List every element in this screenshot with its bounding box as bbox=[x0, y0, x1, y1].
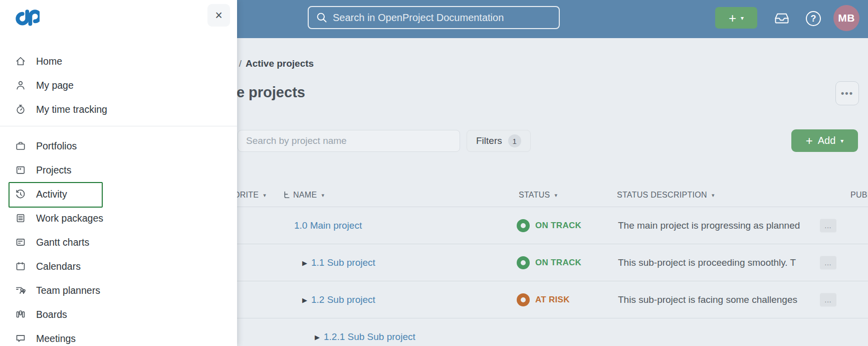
sidebar-item-label: Work packages bbox=[36, 213, 103, 224]
sort-caret-icon: ▾ bbox=[263, 193, 266, 198]
status-badge: AT RISK bbox=[535, 295, 570, 305]
column-header-status-description[interactable]: STATUS DESCRIPTION▾ bbox=[617, 191, 715, 200]
sidebar-item-label: Gantt charts bbox=[36, 237, 89, 248]
sidebar-item-meetings[interactable]: Meetings bbox=[0, 326, 237, 346]
sidebar-item-label: Home bbox=[36, 56, 62, 67]
gantt-icon bbox=[15, 237, 26, 248]
sidebar-item-label: Calendars bbox=[36, 261, 81, 272]
sidebar-secondary-menu: PortfoliosProjectsActivityWork packagesG… bbox=[0, 134, 237, 346]
history-icon bbox=[15, 189, 26, 200]
column-header-name[interactable]: NAME▾ bbox=[293, 191, 324, 200]
sort-caret-icon: ▾ bbox=[712, 193, 715, 198]
sidebar-item-team-planners[interactable]: Team planners bbox=[0, 278, 237, 302]
sidebar-item-gantt-charts[interactable]: Gantt charts bbox=[0, 230, 237, 254]
home-icon bbox=[15, 56, 26, 67]
project-name-link[interactable]: 1.0 Main project bbox=[294, 220, 362, 231]
status-donut-icon bbox=[517, 256, 530, 269]
sidebar-item-boards[interactable]: Boards bbox=[0, 302, 237, 326]
sidebar-item-my-time-tracking[interactable]: My time tracking bbox=[0, 97, 237, 121]
status-donut-icon bbox=[517, 293, 530, 306]
expand-description-button[interactable]: ... bbox=[820, 293, 836, 306]
close-drawer-button[interactable]: × bbox=[207, 4, 230, 27]
team-icon bbox=[15, 285, 26, 296]
table-row: ▶1.2.1 Sub Sub project bbox=[210, 318, 868, 346]
hierarchy-mode-icon[interactable] bbox=[283, 191, 291, 200]
calendar-icon bbox=[15, 261, 26, 272]
openproject-logo-icon[interactable] bbox=[14, 6, 40, 31]
sidebar-item-portfolios[interactable]: Portfolios bbox=[0, 134, 237, 158]
projects-table-header: FAVORITE▾ NAME▾ STATUS▾ STATUS DESCRIPTI… bbox=[210, 185, 868, 207]
sidebar-item-label: Boards bbox=[36, 309, 67, 320]
user-icon bbox=[15, 80, 26, 91]
expand-row-icon[interactable]: ▶ bbox=[302, 259, 307, 266]
table-row: ▶1.2 Sub projectAT RISKThis sub-project … bbox=[210, 281, 868, 318]
table-row: 1.0 Main projectON TRACKThe main project… bbox=[210, 207, 868, 244]
sidebar-item-projects[interactable]: Projects bbox=[0, 158, 237, 182]
expand-description-button[interactable]: ... bbox=[820, 219, 836, 232]
project-name-link[interactable]: 1.2 Sub project bbox=[311, 294, 375, 305]
sidebar-item-work-packages[interactable]: Work packages bbox=[0, 206, 237, 230]
status-description-text: The main project is progressing as plann… bbox=[618, 220, 814, 231]
sidebar-item-label: My page bbox=[36, 80, 74, 91]
sidebar-divider bbox=[0, 126, 237, 126]
briefcase-icon bbox=[15, 140, 26, 151]
column-header-public[interactable]: PUBLIC bbox=[850, 191, 868, 200]
status-donut-icon bbox=[517, 219, 530, 232]
sort-caret-icon: ▾ bbox=[321, 193, 324, 198]
sidebar-item-label: Portfolios bbox=[36, 140, 77, 152]
sidebar-item-label: Meetings bbox=[36, 333, 76, 344]
projects-table: FAVORITE▾ NAME▾ STATUS▾ STATUS DESCRIPTI… bbox=[210, 0, 868, 346]
table-row: ▶1.1 Sub projectON TRACKThis sub-project… bbox=[210, 244, 868, 281]
sidebar-item-activity[interactable]: Activity bbox=[0, 182, 237, 206]
meetings-icon bbox=[15, 333, 26, 344]
expand-description-button[interactable]: ... bbox=[820, 256, 836, 269]
stopwatch-icon bbox=[15, 104, 26, 115]
sidebar-item-label: Projects bbox=[36, 164, 71, 176]
sidebar-item-my-page[interactable]: My page bbox=[0, 73, 237, 97]
sort-caret-icon: ▾ bbox=[555, 193, 558, 198]
sidebar-primary-menu: HomeMy pageMy time tracking bbox=[0, 49, 237, 121]
sidebar-item-calendars[interactable]: Calendars bbox=[0, 254, 237, 278]
boards-icon bbox=[15, 309, 26, 320]
sidebar-item-home[interactable]: Home bbox=[0, 49, 237, 73]
work-packages-icon bbox=[15, 213, 26, 224]
projects-icon bbox=[15, 164, 26, 176]
sidebar-item-label: Team planners bbox=[36, 285, 100, 296]
sidebar-drawer: × HomeMy pageMy time tracking Portfolios… bbox=[0, 0, 237, 346]
expand-row-icon[interactable]: ▶ bbox=[302, 296, 307, 303]
sidebar-item-label: Activity bbox=[36, 189, 67, 200]
project-name-link[interactable]: 1.1 Sub project bbox=[311, 257, 375, 268]
status-description-text: This sub-project is proceeding smoothly.… bbox=[618, 257, 814, 268]
status-badge: ON TRACK bbox=[535, 258, 581, 268]
status-badge: ON TRACK bbox=[535, 221, 581, 231]
status-description-text: This sub-project is facing some challeng… bbox=[618, 294, 814, 305]
project-name-link[interactable]: 1.2.1 Sub Sub project bbox=[324, 331, 415, 342]
expand-row-icon[interactable]: ▶ bbox=[315, 333, 320, 340]
sidebar-item-label: My time tracking bbox=[36, 104, 107, 115]
column-header-status[interactable]: STATUS▾ bbox=[519, 191, 557, 200]
